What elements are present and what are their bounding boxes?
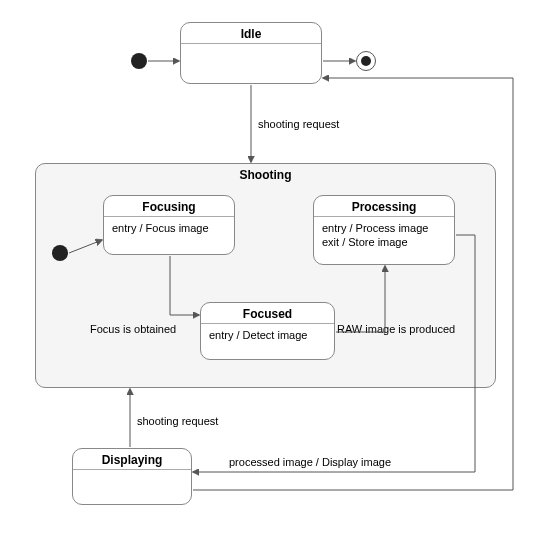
state-focused-body: entry / Detect image <box>201 324 334 346</box>
state-focused-title: Focused <box>201 303 334 323</box>
processing-entry: entry / Process image <box>322 221 446 235</box>
state-focusing: Focusing entry / Focus image <box>103 195 235 255</box>
label-focus-obtained: Focus is obtained <box>90 323 176 335</box>
state-processing-title: Processing <box>314 196 454 216</box>
state-displaying-title: Displaying <box>73 449 191 469</box>
state-displaying: Displaying <box>72 448 192 505</box>
state-focused: Focused entry / Detect image <box>200 302 335 360</box>
composite-shooting-title: Shooting <box>36 164 495 184</box>
label-processed-image: processed image / Display image <box>229 456 391 468</box>
state-focusing-body: entry / Focus image <box>104 217 234 239</box>
state-processing: Processing entry / Process image exit / … <box>313 195 455 265</box>
processing-exit: exit / Store image <box>322 235 446 249</box>
state-machine-diagram: Idle Shooting Focusing entry / Focus ima… <box>0 0 544 537</box>
state-idle: Idle <box>180 22 322 84</box>
final-state-top <box>356 51 376 71</box>
label-raw-produced: RAW image is produced <box>337 323 455 335</box>
initial-pseudostate-shooting <box>52 245 68 261</box>
state-idle-title: Idle <box>181 23 321 43</box>
initial-pseudostate-top <box>131 53 147 69</box>
label-idle-to-shooting: shooting request <box>258 118 339 130</box>
label-displaying-to-shooting: shooting request <box>137 415 218 427</box>
state-processing-body: entry / Process image exit / Store image <box>314 217 454 253</box>
state-focusing-title: Focusing <box>104 196 234 216</box>
final-state-inner <box>361 56 371 66</box>
